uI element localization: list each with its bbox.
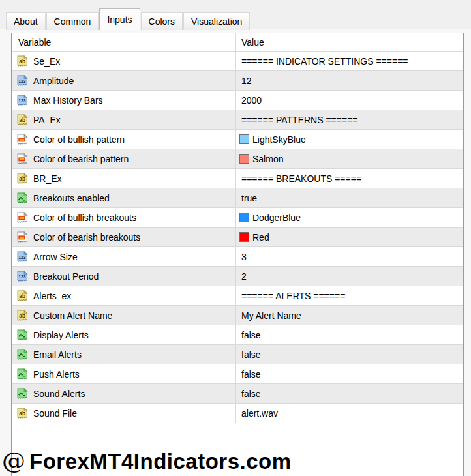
svg-text:123: 123: [18, 98, 26, 102]
svg-text:ab: ab: [19, 312, 25, 319]
table-row[interactable]: 123Max History Bars2000: [12, 91, 463, 110]
table-row[interactable]: Display Alertsfalse: [12, 325, 463, 345]
color-icon: [16, 231, 28, 243]
tab-colors[interactable]: Colors: [141, 12, 183, 30]
value-cell[interactable]: false: [236, 325, 463, 344]
table-row[interactable]: abSound Filealert.wav: [12, 404, 463, 423]
table-row[interactable]: abPA_Ex====== PATTERNS ======: [12, 110, 463, 130]
table-row[interactable]: Breakouts enabledtrue: [12, 188, 463, 208]
parameters-table: Variable Value abSe_Ex====== INDICATOR S…: [11, 33, 464, 476]
table-row[interactable]: 123Breakout Period2: [12, 267, 463, 286]
table-row[interactable]: Color of bullish breakoutsDodgerBlue: [12, 208, 463, 228]
column-header-value: Value: [236, 33, 463, 51]
color-swatch: [239, 134, 249, 144]
value-text: alert.wav: [239, 408, 278, 419]
value-cell[interactable]: 2: [236, 267, 463, 286]
variable-cell: Color of bullish breakouts: [12, 208, 236, 227]
value-cell[interactable]: DodgerBlue: [236, 208, 463, 227]
value-text: 3: [239, 252, 247, 262]
svg-text:123: 123: [18, 78, 26, 83]
variable-name: Amplitude: [33, 76, 74, 86]
ab-icon: ab: [16, 173, 28, 185]
value-cell[interactable]: Red: [236, 228, 463, 246]
variable-name: Alerts_ex: [33, 291, 71, 301]
svg-text:ab: ab: [19, 117, 25, 123]
table-row[interactable]: abAlerts_ex====== ALERTS ======: [12, 286, 463, 306]
value-cell[interactable]: 2000: [236, 91, 463, 110]
color-swatch: [239, 154, 249, 164]
table-row[interactable]: 123Amplitude12: [12, 71, 463, 91]
svg-text:123: 123: [18, 254, 26, 259]
svg-text:ab: ab: [19, 58, 25, 65]
value-cell[interactable]: LightSkyBlue: [236, 130, 463, 149]
variable-name: Se_Ex: [33, 56, 60, 67]
variable-cell: Breakouts enabled: [12, 188, 236, 207]
variable-name: Color of bearish breakouts: [33, 232, 140, 243]
bool-icon: [16, 349, 28, 361]
value-text: My Alert Name: [239, 310, 301, 321]
variable-name: Email Alerts: [33, 350, 82, 360]
table-row[interactable]: abCustom Alert NameMy Alert Name: [12, 306, 463, 325]
inputs-tab-page: Variable Value abSe_Ex====== INDICATOR S…: [0, 29, 471, 476]
table-row[interactable]: abSe_Ex====== INDICATOR SETTINGS ======: [12, 52, 463, 71]
value-cell[interactable]: 3: [236, 247, 463, 266]
tab-visualization[interactable]: Visualization: [183, 12, 250, 30]
ab-icon: ab: [16, 55, 28, 67]
number-icon: 123: [16, 95, 28, 106]
variable-name: Sound File: [33, 408, 77, 419]
table-row[interactable]: abBR_Ex====== BREAKOUTS =====: [12, 169, 463, 188]
value-cell[interactable]: ====== PATTERNS ======: [236, 110, 463, 129]
variable-name: Color of bearish pattern: [33, 154, 129, 164]
variable-name: BR_Ex: [33, 173, 62, 184]
tab-inputs[interactable]: Inputs: [99, 8, 140, 30]
value-text: false: [239, 350, 261, 360]
value-text: false: [239, 369, 261, 379]
value-text: ====== INDICATOR SETTINGS ======: [239, 56, 408, 67]
value-cell[interactable]: Salmon: [236, 149, 463, 168]
table-row[interactable]: Push Alertsfalse: [12, 364, 463, 384]
watermark-text: ForexMT4Indicators.com: [29, 449, 292, 473]
table-row[interactable]: Sound Alertsfalse: [12, 384, 463, 404]
number-icon: 123: [16, 251, 28, 263]
column-header-variable: Variable: [12, 33, 236, 51]
table-row[interactable]: Color of bullish patternLightSkyBlue: [12, 130, 463, 149]
svg-text:ab: ab: [19, 175, 25, 182]
variable-name: Breakout Period: [33, 271, 99, 282]
value-text: ====== BREAKOUTS =====: [239, 173, 361, 184]
ab-icon: ab: [16, 114, 28, 126]
value-cell[interactable]: false: [236, 384, 463, 403]
value-cell[interactable]: ====== INDICATOR SETTINGS ======: [236, 52, 463, 70]
value-text: 12: [239, 76, 252, 86]
variable-cell: 123Breakout Period: [12, 267, 236, 286]
value-cell[interactable]: ====== BREAKOUTS =====: [236, 169, 463, 188]
table-row[interactable]: Color of bearish patternSalmon: [12, 149, 463, 169]
variable-name: Sound Alerts: [33, 389, 85, 399]
svg-text:123: 123: [18, 274, 26, 278]
tab-about[interactable]: About: [6, 12, 46, 30]
bool-icon: [16, 192, 28, 204]
value-cell[interactable]: true: [236, 188, 463, 207]
value-cell[interactable]: ====== ALERTS ======: [236, 286, 463, 305]
value-cell[interactable]: false: [236, 364, 463, 383]
value-cell[interactable]: 12: [236, 71, 463, 90]
variable-cell: 123Amplitude: [12, 71, 236, 90]
variable-name: Arrow Size: [33, 252, 78, 262]
variable-cell: Email Alerts: [12, 345, 236, 364]
variable-name: Color of bullish pattern: [33, 134, 125, 145]
variable-cell: Color of bearish pattern: [12, 149, 236, 168]
table-row[interactable]: Email Alertsfalse: [12, 345, 463, 364]
variable-cell: abSe_Ex: [12, 52, 236, 70]
value-cell[interactable]: My Alert Name: [236, 306, 463, 325]
variable-cell: Color of bullish pattern: [12, 130, 236, 149]
value-text: 2000: [239, 95, 262, 106]
variable-cell: abBR_Ex: [12, 169, 236, 188]
variable-cell: Display Alerts: [12, 325, 236, 344]
ab-icon: ab: [16, 290, 28, 302]
value-cell[interactable]: false: [236, 345, 463, 364]
ab-icon: ab: [16, 408, 28, 419]
tab-common[interactable]: Common: [46, 12, 99, 30]
value-cell[interactable]: alert.wav: [236, 404, 463, 423]
table-row[interactable]: Color of bearish breakoutsRed: [12, 228, 463, 247]
table-row[interactable]: 123Arrow Size3: [12, 247, 463, 267]
variable-cell: abCustom Alert Name: [12, 306, 236, 325]
